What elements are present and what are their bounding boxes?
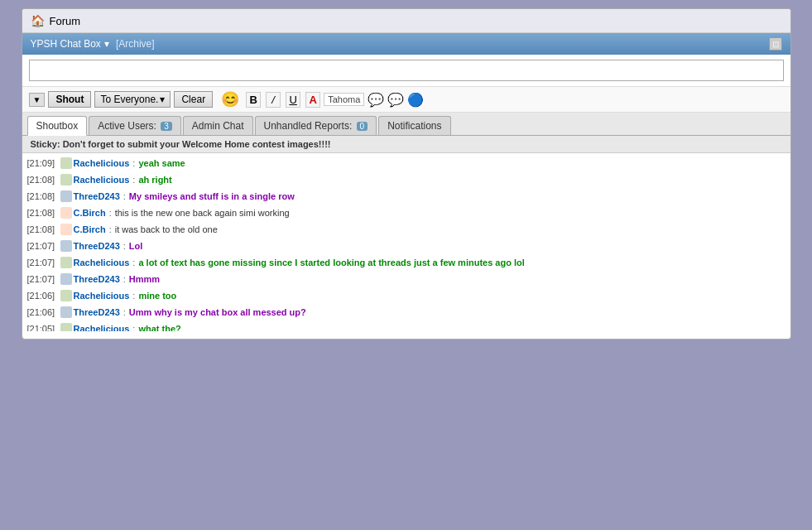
message-row: [21:07] ThreeD243 : Lol <box>27 238 786 254</box>
main-container: 🏠 Forum YPSH Chat Box ▾ [Archive] ⊡ ▼ Sh… <box>22 8 791 340</box>
avatar <box>60 273 72 285</box>
msg-time: [21:06] <box>27 306 59 319</box>
formatting-icons: B / U A <box>246 92 320 108</box>
message-input[interactable] <box>29 60 784 81</box>
msg-username[interactable]: Rachelicious <box>74 256 130 269</box>
maximize-button[interactable]: ⊡ <box>769 37 782 51</box>
tab-shoutbox[interactable]: Shoutbox <box>27 116 88 136</box>
clear-button[interactable]: Clear <box>174 91 213 108</box>
tab-unhandled-reports[interactable]: Unhandled Reports: 0 <box>255 116 377 135</box>
tabs-bar: Shoutbox Active Users: 3 Admin Chat Unha… <box>22 113 790 136</box>
msg-username[interactable]: ThreeD243 <box>74 239 120 253</box>
bold-button[interactable]: B <box>246 92 261 108</box>
msg-text: mine too <box>138 289 176 302</box>
message-row: [21:08] C.Birch : it was back to the old… <box>27 221 786 238</box>
msg-username[interactable]: ThreeD243 <box>74 272 120 286</box>
msg-separator: : <box>123 272 126 286</box>
emoji1-button[interactable]: 💬 <box>368 92 384 108</box>
msg-username[interactable]: Rachelicious <box>74 322 130 331</box>
msg-time: [21:07] <box>27 272 59 286</box>
chatbox-title: YPSH Chat Box <box>31 38 101 50</box>
message-row: [21:07] ThreeD243 : Hmmm <box>27 271 786 287</box>
msg-text: Lol <box>129 239 143 253</box>
msg-time: [21:06] <box>27 289 59 302</box>
color-button[interactable]: A <box>305 92 320 108</box>
emoji-buttons: 💬 💬 🔵 <box>368 92 424 108</box>
msg-separator: : <box>123 306 126 319</box>
unhandled-reports-badge: 0 <box>357 122 368 131</box>
shout-button[interactable]: Shout <box>48 91 91 108</box>
italic-button[interactable]: / <box>266 92 281 108</box>
sticky-bar: Sticky: Don't forget to submit your Welc… <box>22 136 790 153</box>
msg-time: [21:07] <box>27 239 59 253</box>
tab-notifications[interactable]: Notifications <box>378 116 450 135</box>
avatar <box>60 323 72 331</box>
forum-header: 🏠 Forum <box>22 9 790 33</box>
msg-time: [21:05] <box>27 322 59 331</box>
msg-time: [21:07] <box>27 256 59 269</box>
message-row: [21:07] Rachelicious : a lot of text has… <box>27 254 786 271</box>
msg-separator: : <box>132 256 135 269</box>
emoji2-button[interactable]: 💬 <box>387 92 404 108</box>
avatar <box>60 174 72 186</box>
msg-text: a lot of text has gone missing since I s… <box>138 256 524 269</box>
msg-time: [21:08] <box>27 173 59 186</box>
msg-text: ah right <box>138 173 171 186</box>
msg-text: this is the new one back again simi work… <box>115 206 290 219</box>
forum-title: Forum <box>50 15 81 27</box>
msg-time: [21:08] <box>27 206 59 219</box>
msg-username[interactable]: C.Birch <box>74 206 106 219</box>
avatar <box>60 224 72 235</box>
msg-username[interactable]: Rachelicious <box>74 289 130 302</box>
msg-text: it was back to the old one <box>115 223 218 236</box>
msg-separator: : <box>123 239 126 253</box>
avatar <box>60 257 72 268</box>
emoji3-button[interactable]: 🔵 <box>407 92 424 108</box>
tab-admin-chat[interactable]: Admin Chat <box>183 116 253 135</box>
avatar <box>60 290 72 301</box>
msg-text: Umm why is my chat box all messed up? <box>129 306 306 319</box>
toolbar-dropdown-button[interactable]: ▼ <box>29 93 46 107</box>
message-row: [21:06] Rachelicious : mine too <box>27 287 786 304</box>
to-everyone-button[interactable]: To Everyone. ▾ <box>94 91 171 108</box>
font-selector[interactable]: Tahoma <box>324 93 364 106</box>
msg-text: yeah same <box>138 157 185 170</box>
smiley-icon[interactable]: 😊 <box>221 90 239 108</box>
msg-separator: : <box>132 322 135 331</box>
avatar <box>60 306 72 318</box>
msg-username[interactable]: ThreeD243 <box>74 190 120 203</box>
active-users-badge: 3 <box>161 122 172 131</box>
chatbox-title-bar: YPSH Chat Box ▾ [Archive] ⊡ <box>22 33 790 55</box>
avatar <box>60 190 72 202</box>
message-row: [21:08] C.Birch : this is the new one ba… <box>27 205 786 221</box>
sticky-text: Sticky: Don't forget to submit your Welc… <box>31 139 331 149</box>
msg-time: [21:08] <box>27 223 59 236</box>
chatbox-title-arrow[interactable]: ▾ <box>104 38 109 50</box>
msg-username[interactable]: Rachelicious <box>74 173 130 186</box>
chat-content: Sticky: Don't forget to submit your Welc… <box>22 136 790 339</box>
tab-active-users[interactable]: Active Users: 3 <box>89 116 181 135</box>
msg-username[interactable]: C.Birch <box>74 223 106 236</box>
chatbox-title-text: YPSH Chat Box ▾ [Archive] <box>31 38 155 50</box>
toolbar: ▼ Shout To Everyone. ▾ Clear 😊 B / U A T… <box>22 87 790 113</box>
message-row: [21:09] Rachelicious : yeah same <box>27 155 786 171</box>
underline-button[interactable]: U <box>286 92 300 108</box>
msg-username[interactable]: ThreeD243 <box>74 306 120 319</box>
message-row: [21:08] ThreeD243 : My smileys and stuff… <box>27 188 786 205</box>
msg-text: Hmmm <box>129 272 160 286</box>
msg-time: [21:08] <box>27 190 59 203</box>
msg-text: My smileys and stuff is in a single row <box>129 190 295 203</box>
home-icon: 🏠 <box>31 14 45 27</box>
input-area <box>22 55 790 87</box>
msg-time: [21:09] <box>27 157 59 170</box>
msg-separator: : <box>132 289 135 302</box>
msg-separator: : <box>123 190 126 203</box>
msg-username[interactable]: Rachelicious <box>74 157 130 170</box>
message-row: [21:08] Rachelicious : ah right <box>27 171 786 188</box>
msg-separator: : <box>109 223 112 236</box>
messages-list[interactable]: [21:09] Rachelicious : yeah same [21:08]… <box>22 153 790 331</box>
avatar <box>60 240 72 252</box>
message-row: [21:06] ThreeD243 : Umm why is my chat b… <box>27 304 786 320</box>
msg-separator: : <box>109 206 112 219</box>
archive-link[interactable]: [Archive] <box>116 38 155 50</box>
